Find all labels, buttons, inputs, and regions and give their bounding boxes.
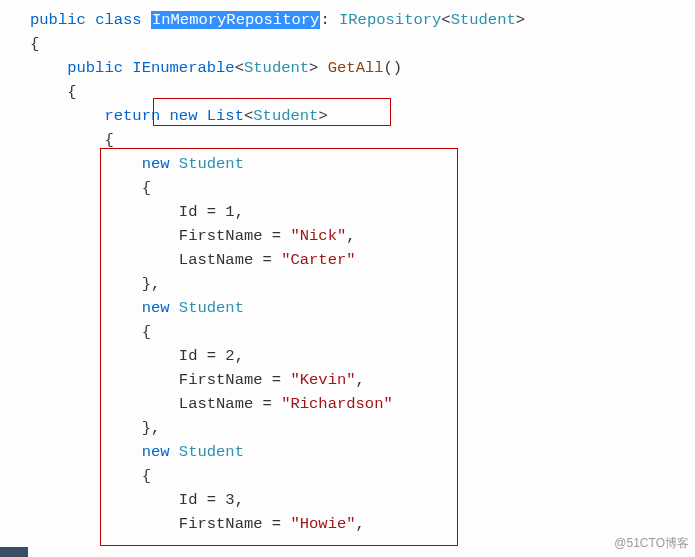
prop-first: FirstName (179, 515, 263, 533)
bottom-bar-fragment (0, 547, 28, 557)
kw-class: class (95, 11, 142, 29)
method-name: GetAll (328, 59, 384, 77)
s2-last: "Richardson" (281, 395, 393, 413)
kw-ienum: IEnumerable (132, 59, 234, 77)
prop-last: LastName (179, 395, 253, 413)
type-student: Student (451, 11, 516, 29)
prop-first: FirstName (179, 227, 263, 245)
kw-new: new (142, 299, 170, 317)
s1-first: "Nick" (290, 227, 346, 245)
prop-id: Id (179, 347, 198, 365)
type-student: Student (244, 59, 309, 77)
prop-id: Id (179, 203, 198, 221)
s1-last: "Carter" (281, 251, 355, 269)
code-block: public class InMemoryRepository: IReposi… (0, 0, 695, 536)
s2-id: 2 (225, 347, 234, 365)
kw-public: public (30, 11, 86, 29)
kw-new: new (142, 443, 170, 461)
type-student: Student (179, 299, 244, 317)
type-student: Student (253, 107, 318, 125)
s1-id: 1 (225, 203, 234, 221)
type-student: Student (179, 155, 244, 173)
s3-id: 3 (225, 491, 234, 509)
type-student: Student (179, 443, 244, 461)
prop-id: Id (179, 491, 198, 509)
kw-return: return (104, 107, 160, 125)
s2-first: "Kevin" (290, 371, 355, 389)
kw-new: new (170, 107, 198, 125)
watermark: @51CTO博客 (614, 534, 689, 553)
prop-last: LastName (179, 251, 253, 269)
class-name-selected: InMemoryRepository (151, 11, 320, 29)
kw-public: public (67, 59, 123, 77)
prop-first: FirstName (179, 371, 263, 389)
kw-list: List (207, 107, 244, 125)
s3-first: "Howie" (290, 515, 355, 533)
iface: IRepository (339, 11, 441, 29)
kw-new: new (142, 155, 170, 173)
